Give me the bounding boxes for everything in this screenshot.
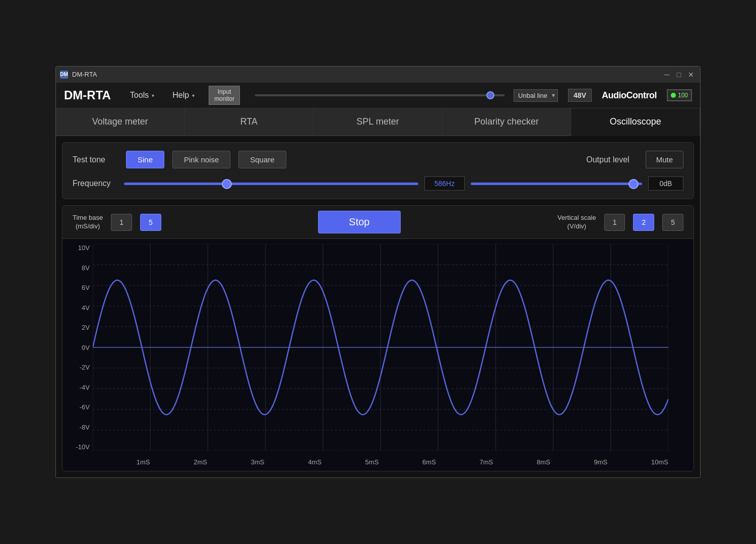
x-axis-labels: 1mS 2mS 3mS 4mS 5mS 6mS 7mS 8mS 9mS 10mS bbox=[93, 458, 668, 466]
v-scale-5-button[interactable]: 5 bbox=[662, 214, 683, 231]
x-label-1ms: 1mS bbox=[137, 458, 150, 466]
app-window: DM DM-RTA ─ □ ✕ DM-RTA Tools ▾ Help ▾ In… bbox=[55, 66, 701, 478]
x-label-3ms: 3mS bbox=[251, 458, 265, 466]
battery-level: 100 bbox=[678, 92, 688, 99]
y-label-n2v: -2V bbox=[67, 364, 90, 371]
input-slider-thumb[interactable] bbox=[486, 91, 494, 99]
v-scale-1-button[interactable]: 1 bbox=[604, 214, 625, 231]
input-selector: Unbal line Bal line Mic bbox=[250, 89, 558, 102]
y-label-10v: 10V bbox=[67, 244, 90, 252]
osc-graph: 10V 8V 6V 4V 2V 0V -2V -4V -6V -8V -10V bbox=[62, 239, 694, 471]
db-display: 0dB bbox=[648, 176, 683, 191]
tone-row: Test tone Sine Pink noise Square Output … bbox=[73, 151, 683, 168]
app-title: DM-RTA bbox=[64, 88, 111, 102]
x-label-5ms: 5mS bbox=[365, 458, 379, 466]
tools-arrow: ▾ bbox=[152, 93, 154, 98]
freq-display: 586Hz bbox=[424, 176, 465, 191]
app-icon: DM bbox=[60, 71, 68, 79]
input-type-select[interactable]: Unbal line Bal line Mic bbox=[514, 89, 558, 102]
sine-button[interactable]: Sine bbox=[126, 151, 164, 168]
x-label-9ms: 9mS bbox=[594, 458, 607, 466]
y-label-n8v: -8V bbox=[67, 424, 90, 431]
x-label-4ms: 4mS bbox=[308, 458, 322, 466]
input-monitor-button[interactable]: Inputmonitor bbox=[209, 86, 240, 105]
level-track bbox=[471, 183, 642, 185]
level-slider[interactable] bbox=[471, 178, 642, 189]
y-label-0v: 0V bbox=[67, 344, 90, 351]
x-label-6ms: 6mS bbox=[422, 458, 436, 466]
time-base-label: Time base(mS/div) bbox=[73, 214, 103, 231]
tools-menu[interactable]: Tools ▾ bbox=[126, 89, 158, 102]
tab-rta[interactable]: RTA bbox=[185, 108, 314, 136]
menu-bar: DM-RTA Tools ▾ Help ▾ Inputmonitor Unbal… bbox=[56, 83, 700, 109]
help-menu[interactable]: Help ▾ bbox=[168, 89, 199, 102]
x-label-7ms: 7mS bbox=[480, 458, 493, 466]
x-label-8ms: 8mS bbox=[537, 458, 550, 466]
tabs: Voltage meter RTA SPL meter Polarity che… bbox=[56, 108, 700, 136]
main-content: Test tone Sine Pink noise Square Output … bbox=[56, 136, 700, 477]
tab-polarity-checker[interactable]: Polarity checker bbox=[443, 108, 572, 136]
osc-controls: Time base(mS/div) 1 5 Stop Vertical scal… bbox=[62, 206, 694, 239]
phantom-power-button[interactable]: 48V bbox=[568, 89, 592, 102]
freq-thumb[interactable] bbox=[222, 179, 232, 189]
battery-indicator: 100 bbox=[667, 89, 692, 101]
y-label-2v: 2V bbox=[67, 324, 90, 331]
graph-area: 10V 8V 6V 4V 2V 0V -2V -4V -6V -8V -10V bbox=[93, 244, 668, 451]
pink-noise-button[interactable]: Pink noise bbox=[172, 151, 230, 168]
test-tone-label: Test tone bbox=[73, 155, 118, 164]
freq-track bbox=[124, 183, 418, 185]
y-label-n4v: -4V bbox=[67, 384, 90, 391]
level-thumb[interactable] bbox=[628, 179, 639, 189]
freq-row: Frequency 586Hz 0dB bbox=[73, 176, 683, 191]
time-base-1-button[interactable]: 1 bbox=[111, 214, 132, 231]
x-label-2ms: 2mS bbox=[194, 458, 207, 466]
close-button[interactable]: ✕ bbox=[686, 70, 696, 80]
y-label-n10v: -10V bbox=[67, 443, 90, 451]
help-arrow: ▾ bbox=[192, 93, 195, 98]
y-label-8v: 8V bbox=[67, 264, 90, 272]
time-base-5-button[interactable]: 5 bbox=[140, 214, 161, 231]
tools-label: Tools bbox=[130, 91, 149, 100]
vertical-scale-label: Vertical scale(V/div) bbox=[557, 214, 596, 231]
input-slider-track bbox=[255, 94, 505, 96]
stop-button[interactable]: Stop bbox=[318, 211, 400, 233]
test-tone-panel: Test tone Sine Pink noise Square Output … bbox=[62, 142, 694, 199]
brand-name: AudioControl bbox=[602, 90, 657, 101]
frequency-slider[interactable] bbox=[124, 178, 418, 189]
y-label-4v: 4V bbox=[67, 304, 90, 312]
tab-spl-meter[interactable]: SPL meter bbox=[313, 108, 443, 136]
title-bar: DM DM-RTA ─ □ ✕ bbox=[56, 67, 700, 83]
window-title: DM-RTA bbox=[72, 71, 658, 78]
y-label-n6v: -6V bbox=[67, 403, 90, 411]
frequency-label: Frequency bbox=[73, 179, 118, 188]
tab-voltage-meter[interactable]: Voltage meter bbox=[56, 108, 185, 136]
tab-oscilloscope[interactable]: Oscilloscope bbox=[571, 108, 700, 136]
oscilloscope-canvas bbox=[93, 244, 668, 451]
output-level-label: Output level bbox=[586, 155, 629, 164]
v-scale-2-button[interactable]: 2 bbox=[633, 214, 654, 231]
x-label-10ms: 10mS bbox=[651, 458, 668, 466]
help-label: Help bbox=[172, 91, 189, 100]
y-axis-labels: 10V 8V 6V 4V 2V 0V -2V -4V -6V -8V -10V bbox=[67, 244, 90, 451]
app-icon-text: DM bbox=[60, 72, 68, 77]
battery-dot bbox=[671, 93, 676, 98]
mute-button[interactable]: Mute bbox=[646, 151, 683, 168]
y-label-6v: 6V bbox=[67, 284, 90, 291]
square-button[interactable]: Square bbox=[238, 151, 286, 168]
maximize-button[interactable]: □ bbox=[674, 70, 684, 80]
window-controls: ─ □ ✕ bbox=[662, 70, 696, 80]
minimize-button[interactable]: ─ bbox=[662, 70, 672, 80]
input-type-wrapper: Unbal line Bal line Mic bbox=[514, 89, 558, 102]
oscilloscope-panel: Time base(mS/div) 1 5 Stop Vertical scal… bbox=[62, 205, 694, 471]
